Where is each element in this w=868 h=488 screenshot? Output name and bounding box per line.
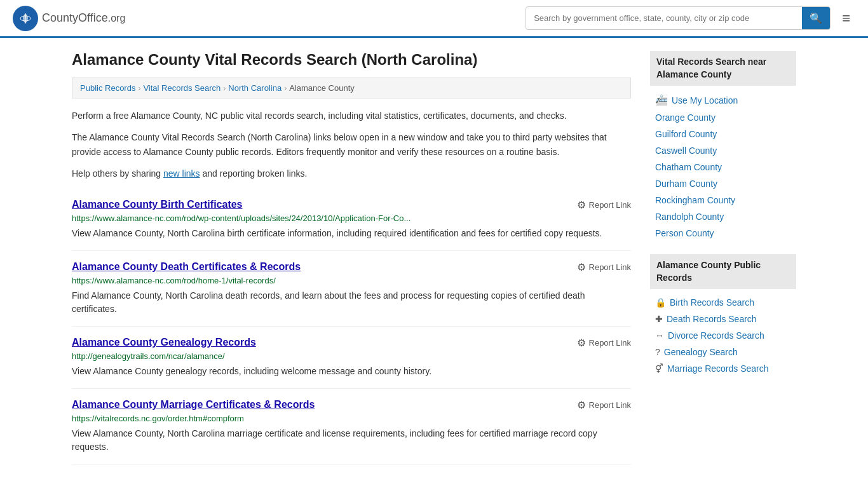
sidebar-item-chatham[interactable]: Chatham County [650, 159, 796, 175]
sidebar: Vital Records Search near Alamance Count… [650, 51, 796, 464]
birth-records-icon: 🔒 [655, 297, 666, 308]
logo-icon [13, 6, 38, 31]
logo-area: CountyOffice.org [13, 6, 125, 31]
orange-county-link[interactable]: Orange County [655, 112, 715, 123]
breadcrumb-sep-2: › [223, 84, 226, 93]
rockingham-county-link[interactable]: Rockingham County [655, 195, 735, 205]
result-header-2: Alamance County Genealogy Records ⚙ Repo… [72, 337, 631, 349]
result-url-1: https://www.alamance-nc.com/rod/home-1/v… [72, 276, 631, 285]
menu-button[interactable]: ≡ [837, 8, 855, 29]
result-desc-2: View Alamance County genealogy records, … [72, 365, 631, 378]
durham-county-link[interactable]: Durham County [655, 179, 717, 189]
marriage-records-link[interactable]: Marriage Records Search [667, 363, 769, 374]
caswell-county-link[interactable]: Caswell County [655, 146, 717, 156]
sidebar-item-randolph[interactable]: Randolph County [650, 208, 796, 225]
result-desc-3: View Alamance County, North Carolina mar… [72, 427, 631, 454]
sidebar-item-guilford[interactable]: Guilford County [650, 126, 796, 142]
search-button[interactable]: 🔍 [802, 7, 830, 29]
description-para2: The Alamance County Vital Records Search… [72, 130, 631, 159]
logo-suffix: .org [108, 13, 126, 24]
marriage-records-icon: ⚥ [655, 363, 663, 374]
sidebar-nearby-section: Vital Records Search near Alamance Count… [650, 51, 796, 241]
report-link-2[interactable]: ⚙ Report Link [577, 337, 631, 349]
result-title-0[interactable]: Alamance County Birth Certificates [72, 199, 243, 210]
sidebar-item-durham[interactable]: Durham County [650, 175, 796, 192]
person-county-link[interactable]: Person County [655, 228, 714, 238]
sidebar-public-records-section: Alamance County Public Records 🔒 Birth R… [650, 254, 796, 377]
search-input[interactable] [526, 8, 802, 28]
report-link-0[interactable]: ⚙ Report Link [577, 199, 631, 211]
description-para3: Help others by sharing new links and rep… [72, 166, 631, 180]
report-link-1[interactable]: ⚙ Report Link [577, 261, 631, 273]
chatham-county-link[interactable]: Chatham County [655, 162, 722, 172]
site-header: CountyOffice.org 🔍 ≡ [0, 0, 868, 38]
new-links-link[interactable]: new links [163, 168, 200, 179]
genealogy-link[interactable]: Genealogy Search [664, 347, 738, 357]
sidebar-birth-records[interactable]: 🔒 Birth Records Search [650, 294, 796, 311]
sidebar-marriage-records[interactable]: ⚥ Marriage Records Search [650, 360, 796, 377]
sidebar-item-person[interactable]: Person County [650, 225, 796, 241]
location-icon: 🚈 [655, 94, 668, 106]
report-icon-2: ⚙ [577, 337, 586, 349]
header-right: 🔍 ≡ [526, 6, 855, 30]
report-icon-3: ⚙ [577, 399, 586, 411]
result-desc-1: Find Alamance County, North Carolina dea… [72, 289, 631, 316]
search-bar: 🔍 [526, 6, 831, 30]
logo-text: CountyOffice.org [42, 11, 125, 25]
report-link-3[interactable]: ⚙ Report Link [577, 399, 631, 411]
breadcrumb-vital-records[interactable]: Vital Records Search [143, 83, 220, 93]
sidebar-divorce-records[interactable]: ↔ Divorce Records Search [650, 327, 796, 344]
use-my-location-link[interactable]: Use My Location [672, 95, 738, 105]
genealogy-icon: ? [655, 347, 660, 357]
breadcrumb-nc[interactable]: North Carolina [228, 83, 281, 93]
result-url-0: https://www.alamance-nc.com/rod/wp-conte… [72, 214, 631, 223]
breadcrumb-public-records[interactable]: Public Records [80, 83, 135, 93]
result-header-1: Alamance County Death Certificates & Rec… [72, 261, 631, 273]
result-title-3[interactable]: Alamance County Marriage Certificates & … [72, 399, 315, 410]
divorce-records-link[interactable]: Divorce Records Search [668, 330, 764, 341]
divorce-records-icon: ↔ [655, 330, 664, 341]
sidebar-item-use-my-location[interactable]: 🚈 Use My Location [650, 91, 796, 109]
result-title-1[interactable]: Alamance County Death Certificates & Rec… [72, 261, 301, 273]
breadcrumb-sep-3: › [284, 84, 287, 93]
result-item-2: Alamance County Genealogy Records ⚙ Repo… [72, 327, 631, 389]
result-item-0: Alamance County Birth Certificates ⚙ Rep… [72, 189, 631, 251]
result-url-3: https://vitalrecords.nc.gov/order.htm#co… [72, 414, 631, 423]
sidebar-nearby-title: Vital Records Search near Alamance Count… [650, 51, 796, 86]
guilford-county-link[interactable]: Guilford County [655, 129, 717, 139]
content-area: Alamance County Vital Records Search (No… [72, 51, 631, 464]
breadcrumb: Public Records › Vital Records Search › … [72, 78, 631, 98]
randolph-county-link[interactable]: Randolph County [655, 212, 724, 222]
report-icon-0: ⚙ [577, 199, 586, 211]
breadcrumb-sep-1: › [138, 84, 140, 93]
sidebar-item-caswell[interactable]: Caswell County [650, 142, 796, 159]
report-icon-1: ⚙ [577, 261, 586, 273]
sidebar-item-orange[interactable]: Orange County [650, 109, 796, 126]
page-title: Alamance County Vital Records Search (No… [72, 51, 631, 69]
sidebar-death-records[interactable]: ✚ Death Records Search [650, 311, 796, 327]
results-list: Alamance County Birth Certificates ⚙ Rep… [72, 189, 631, 464]
sidebar-public-records-title: Alamance County Public Records [650, 254, 796, 289]
result-header-0: Alamance County Birth Certificates ⚙ Rep… [72, 199, 631, 211]
result-item-1: Alamance County Death Certificates & Rec… [72, 251, 631, 327]
death-records-icon: ✚ [655, 314, 663, 324]
sidebar-genealogy[interactable]: ? Genealogy Search [650, 344, 796, 360]
breadcrumb-current: Alamance County [289, 83, 355, 93]
sidebar-item-rockingham[interactable]: Rockingham County [650, 192, 796, 208]
result-desc-0: View Alamance County, North Carolina bir… [72, 227, 631, 240]
result-header-3: Alamance County Marriage Certificates & … [72, 399, 631, 411]
description-para1: Perform a free Alamance County, NC publi… [72, 109, 631, 123]
birth-records-link[interactable]: Birth Records Search [670, 297, 754, 308]
death-records-link[interactable]: Death Records Search [667, 314, 757, 324]
main-container: Alamance County Vital Records Search (No… [53, 38, 815, 477]
result-item-3: Alamance County Marriage Certificates & … [72, 389, 631, 464]
result-title-2[interactable]: Alamance County Genealogy Records [72, 337, 256, 348]
result-url-2: http://genealogytrails.com/ncar/alamance… [72, 351, 631, 361]
